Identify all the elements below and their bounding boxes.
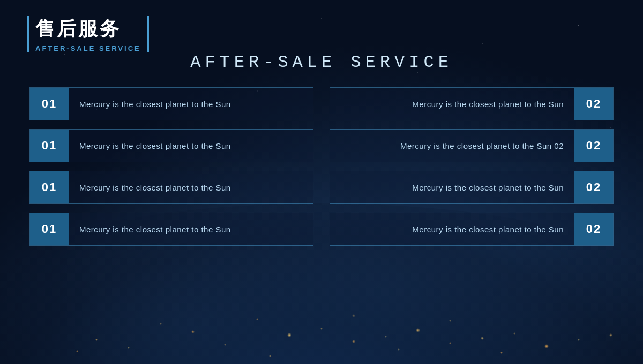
item-number-left-2: 01 (30, 130, 69, 162)
item-number-right-3: 02 (574, 171, 613, 203)
list-item: 01 Mercury is the closest planet to the … (29, 129, 313, 162)
item-text-left-1: Mercury is the closest planet to the Sun (69, 88, 313, 120)
title-box: 售后服务 AFTER-SALE SERVICE (27, 16, 149, 52)
item-text-left-2: Mercury is the closest planet to the Sun (69, 130, 313, 162)
list-item: 01 Mercury is the closest planet to the … (29, 87, 313, 120)
item-number-right-4: 02 (574, 213, 613, 245)
list-item: 02 Mercury is the closest planet to the … (330, 87, 614, 120)
item-text-left-4: Mercury is the closest planet to the Sun (69, 213, 313, 245)
items-grid: 01 Mercury is the closest planet to the … (27, 87, 616, 246)
item-number-left-4: 01 (30, 213, 69, 245)
list-item: 01 Mercury is the closest planet to the … (29, 213, 313, 246)
item-text-right-1: Mercury is the closest planet to the Sun (330, 88, 574, 120)
main-content: 售后服务 AFTER-SALE SERVICE AFTER-SALE SERVI… (0, 0, 643, 262)
list-item: 02 Mercury is the closest planet to the … (330, 129, 614, 162)
item-text-right-4: Mercury is the closest planet to the Sun (330, 213, 574, 245)
item-text-right-3: Mercury is the closest planet to the Sun (330, 171, 574, 203)
item-text-right-2: Mercury is the closest planet to the Sun… (330, 130, 574, 162)
list-item: 02 Mercury is the closest planet to the … (330, 213, 614, 246)
list-item: 01 Mercury is the closest planet to the … (29, 171, 313, 204)
item-text-left-3: Mercury is the closest planet to the Sun (69, 171, 313, 203)
item-number-left-3: 01 (30, 171, 69, 203)
item-number-left-1: 01 (30, 88, 69, 120)
item-number-right-2: 02 (574, 130, 613, 162)
title-chinese: 售后服务 (35, 16, 141, 42)
header-section: 售后服务 AFTER-SALE SERVICE (27, 16, 616, 52)
title-english-small: AFTER-SALE SERVICE (35, 44, 141, 52)
list-item: 02 Mercury is the closest planet to the … (330, 171, 614, 204)
main-title: AFTER-SALE SERVICE (27, 52, 616, 72)
item-number-right-1: 02 (574, 88, 613, 120)
